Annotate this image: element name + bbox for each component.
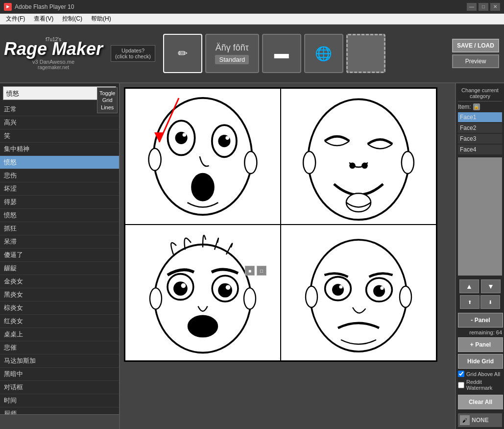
- title-left: ▶ Adobe Flash Player 10: [4, 3, 74, 11]
- svg-point-14: [402, 151, 414, 174]
- list-item-20[interactable]: 黑暗中: [0, 368, 119, 381]
- grid-above-all-checkbox[interactable]: [458, 371, 464, 377]
- list-item-13[interactable]: 金炎女: [0, 275, 119, 288]
- list-item-1[interactable]: 高兴: [0, 116, 119, 129]
- svg-point-19: [150, 288, 162, 309]
- list-item-2[interactable]: 笑: [0, 129, 119, 143]
- title-controls: — □ ✕: [467, 3, 500, 11]
- menu-control[interactable]: 控制(C): [58, 14, 86, 24]
- color-icon: ▬: [274, 45, 289, 62]
- hide-grid-button[interactable]: Hide Grid: [458, 354, 503, 369]
- change-category-label: Change current category: [458, 85, 502, 101]
- close-button[interactable]: ✕: [490, 3, 500, 11]
- list-item-12[interactable]: 龌龊: [0, 262, 119, 275]
- updates-subtext: (click to check): [115, 53, 151, 59]
- rage-face-1: [125, 89, 280, 224]
- none-row[interactable]: 🖌 NONE: [458, 413, 502, 427]
- maximize-button[interactable]: □: [479, 3, 488, 11]
- svg-point-11: [244, 151, 257, 174]
- pencil-button[interactable]: ✏: [163, 34, 202, 73]
- item-option-face2[interactable]: Face2: [458, 123, 502, 133]
- logo-version: v3 DanAweso.me: [32, 59, 74, 65]
- item-panel: Change current category Item: 🔒 Face1 Fa…: [455, 83, 504, 429]
- bottom-controls: - Panel remaining: 64 + Panel Hide Grid …: [458, 313, 502, 427]
- border-button[interactable]: [346, 34, 385, 73]
- font-button[interactable]: Äñγ fôñτ Standard: [205, 34, 259, 73]
- nav-bottom-button[interactable]: ⬇: [480, 295, 500, 309]
- item-text: Item:: [458, 103, 471, 110]
- minus-panel-button[interactable]: - Panel: [458, 313, 503, 328]
- svg-point-28: [311, 240, 407, 352]
- remaining-text: remaining: 64: [458, 329, 502, 335]
- menu-help[interactable]: 帮助(H): [87, 14, 115, 24]
- svg-point-13: [303, 151, 315, 174]
- toolbar: f7u12's Rage Maker v3 DanAweso.me ragema…: [0, 25, 504, 83]
- updates-button[interactable]: Updates? (click to check): [111, 45, 155, 62]
- list-item-8[interactable]: 愤怒: [0, 209, 119, 222]
- list-item-10[interactable]: 呆滞: [0, 235, 119, 249]
- svg-point-9: [192, 174, 214, 201]
- svg-point-25: [218, 283, 232, 298]
- list-item-4[interactable]: 愤怒: [0, 156, 119, 169]
- comic-panel-1[interactable]: [125, 88, 281, 225]
- menu-bar: 文件(F) 查看(V) 控制(C) 帮助(H): [0, 14, 504, 25]
- size-large-button[interactable]: □: [257, 266, 266, 276]
- list-item-19[interactable]: 马达加斯加: [0, 354, 119, 368]
- list-item-7[interactable]: 得瑟: [0, 196, 119, 209]
- globe-button[interactable]: 🌐: [304, 34, 343, 73]
- list-item-17[interactable]: 桌桌上: [0, 328, 119, 341]
- save-load-button[interactable]: SAVE / LOAD: [452, 39, 499, 52]
- list-item-23[interactable]: 厨师: [0, 407, 119, 414]
- svg-point-27: [188, 316, 217, 337]
- list-item-5[interactable]: 悲伤: [0, 169, 119, 182]
- list-item-11[interactable]: 傻逼了: [0, 249, 119, 262]
- size-controls: ■ □: [245, 266, 266, 276]
- preview-button[interactable]: Preview: [452, 54, 499, 68]
- grid-above-all-row: Grid Above All: [458, 371, 502, 377]
- nav-up-button[interactable]: ▲: [459, 279, 479, 293]
- sidebar-list: 正常 高兴 笑 集中精神 愤怒 悲伤 坏涩 得瑟 愤怒 抓狂 呆滞 傻逼了 龌龊…: [0, 103, 119, 414]
- nav-top-button[interactable]: ⬆: [460, 295, 480, 309]
- list-item-14[interactable]: 黑炎女: [0, 288, 119, 302]
- comic-panel-2[interactable]: [281, 88, 436, 225]
- list-item-16[interactable]: 红炎女: [0, 315, 119, 328]
- menu-view[interactable]: 查看(V): [30, 14, 57, 24]
- item-option-face3[interactable]: Face3: [458, 134, 502, 144]
- item-option-face4[interactable]: Face4: [458, 145, 502, 154]
- reddit-watermark-checkbox[interactable]: [458, 382, 464, 388]
- grid-above-all-label: Grid Above All: [466, 371, 500, 377]
- svg-point-17: [346, 193, 371, 212]
- logo-area: f7u12's Rage Maker v3 DanAweso.me ragema…: [4, 37, 103, 70]
- title-bar: ▶ Adobe Flash Player 10 — □ ✕: [0, 0, 504, 14]
- clear-all-button[interactable]: Clear All: [458, 395, 503, 409]
- list-item-3[interactable]: 集中精神: [0, 143, 119, 156]
- menu-file[interactable]: 文件(F): [2, 14, 29, 24]
- sidebar-bottom: [0, 414, 119, 429]
- list-item-21[interactable]: 对话框: [0, 381, 119, 394]
- size-small-button[interactable]: ■: [245, 266, 255, 276]
- item-preview: [458, 157, 502, 276]
- rage-face-2: [281, 89, 436, 224]
- rage-face-4: [281, 225, 436, 360]
- svg-point-20: [244, 288, 256, 309]
- nav-down-button[interactable]: ▼: [481, 279, 501, 293]
- minimize-button[interactable]: —: [467, 3, 477, 11]
- toggle-grid-button[interactable]: Toggle Grid Lines: [97, 87, 118, 113]
- toggle-grid-line2: Grid: [99, 97, 115, 103]
- list-item-18[interactable]: 悲催: [0, 341, 119, 354]
- main-content: 愤怒 正常 高兴 笑 集中精神 悲伤 坏涩 得瑟 抓狂 呆滞 傻逼了 龌龊 金炎…: [0, 83, 504, 429]
- pencil-icon: ✏: [178, 47, 188, 60]
- list-item-15[interactable]: 棕炎女: [0, 302, 119, 315]
- list-item-9[interactable]: 抓狂: [0, 222, 119, 235]
- list-item-22[interactable]: 时间: [0, 394, 119, 407]
- item-option-face1[interactable]: Face1: [458, 112, 502, 122]
- comic-panel-3[interactable]: [125, 225, 281, 361]
- color-button[interactable]: ▬: [262, 34, 301, 73]
- comic-panel-4[interactable]: [281, 225, 436, 361]
- none-icon: 🖌: [460, 415, 470, 425]
- canvas-area[interactable]: ■ □: [120, 83, 455, 429]
- svg-point-10: [149, 149, 161, 171]
- list-item-6[interactable]: 坏涩: [0, 182, 119, 196]
- reddit-watermark-label: Reddit Watermark: [466, 379, 502, 391]
- plus-panel-button[interactable]: + Panel: [458, 337, 503, 352]
